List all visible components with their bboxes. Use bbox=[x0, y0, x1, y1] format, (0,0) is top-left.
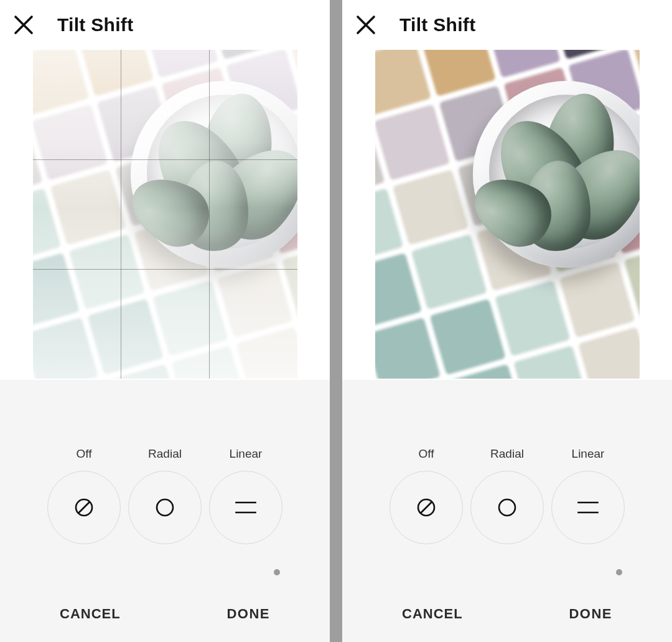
cancel-button[interactable]: CANCEL bbox=[402, 606, 463, 622]
svg-line-6 bbox=[421, 502, 432, 513]
option-off[interactable]: Off bbox=[44, 447, 124, 544]
footer-actions: CANCEL DONE bbox=[342, 586, 672, 642]
panel-left: Tilt Shift bbox=[0, 0, 330, 642]
tilt-shift-mask-overlay bbox=[33, 50, 297, 379]
option-off-ring bbox=[47, 471, 121, 544]
header: Tilt Shift bbox=[0, 0, 330, 50]
photo-preview[interactable] bbox=[375, 50, 640, 379]
option-radial[interactable]: Radial bbox=[124, 447, 205, 544]
cancel-button[interactable]: CANCEL bbox=[60, 606, 121, 622]
two-lines-icon bbox=[576, 495, 600, 520]
option-linear-label: Linear bbox=[572, 447, 605, 461]
close-icon[interactable] bbox=[11, 12, 36, 37]
option-linear-ring bbox=[209, 471, 282, 544]
controls-tray: Off Radial Linear bbox=[0, 380, 330, 642]
tilt-shift-options: Off Radial Linear bbox=[0, 447, 330, 544]
option-radial-label: Radial bbox=[148, 447, 182, 461]
null-slash-icon bbox=[414, 495, 439, 520]
panel-divider bbox=[330, 0, 342, 642]
photo-preview[interactable] bbox=[33, 50, 297, 379]
svg-point-2 bbox=[157, 499, 173, 516]
screen-title: Tilt Shift bbox=[57, 14, 133, 35]
option-off-label: Off bbox=[419, 447, 434, 461]
option-linear[interactable]: Linear bbox=[548, 447, 628, 544]
option-radial-ring bbox=[128, 471, 202, 544]
controls-tray: Off Radial Linear bbox=[342, 380, 672, 642]
footer-actions: CANCEL DONE bbox=[0, 586, 330, 642]
two-lines-icon bbox=[233, 495, 258, 520]
page-indicator-dot bbox=[274, 569, 280, 575]
option-off[interactable]: Off bbox=[386, 447, 467, 544]
close-icon[interactable] bbox=[353, 12, 378, 37]
photo-preview-area bbox=[0, 50, 330, 380]
option-linear[interactable]: Linear bbox=[205, 447, 286, 544]
panel-right: Tilt Shift Off bbox=[342, 0, 672, 642]
header: Tilt Shift bbox=[342, 0, 672, 50]
circle-icon bbox=[495, 495, 520, 520]
svg-point-7 bbox=[499, 499, 515, 516]
option-radial[interactable]: Radial bbox=[467, 447, 548, 544]
page-indicator-dot bbox=[616, 569, 622, 575]
option-off-label: Off bbox=[77, 447, 92, 461]
comparison-stage: Tilt Shift bbox=[0, 0, 672, 642]
option-linear-ring bbox=[551, 471, 625, 544]
option-off-ring bbox=[390, 471, 463, 544]
photo-preview-area bbox=[342, 50, 672, 380]
done-button[interactable]: DONE bbox=[569, 606, 612, 622]
svg-line-1 bbox=[78, 502, 90, 513]
option-linear-label: Linear bbox=[230, 447, 263, 461]
done-button[interactable]: DONE bbox=[226, 606, 270, 622]
circle-icon bbox=[152, 495, 177, 520]
option-radial-label: Radial bbox=[490, 447, 524, 461]
tilt-shift-options: Off Radial Linear bbox=[342, 447, 672, 544]
option-radial-ring bbox=[470, 471, 544, 544]
screen-title: Tilt Shift bbox=[399, 14, 475, 35]
null-slash-icon bbox=[72, 495, 96, 520]
